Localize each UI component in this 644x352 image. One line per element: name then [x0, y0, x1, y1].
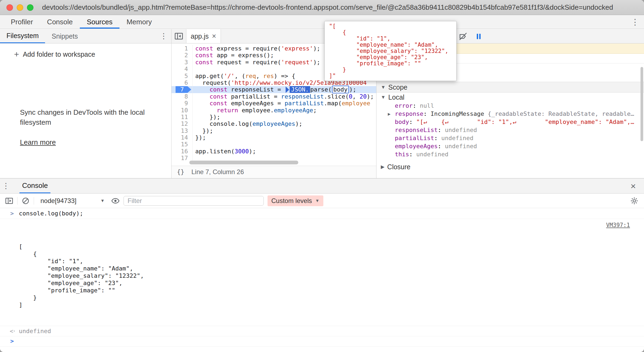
prompt-chevron-icon: >	[10, 338, 14, 344]
minimize-window-button[interactable]	[17, 4, 23, 11]
code-line[interactable]: 14});	[172, 134, 376, 141]
scope-section-header[interactable]: ▼ Scope	[376, 82, 644, 93]
log-levels-label: Custom levels	[271, 197, 312, 205]
line-number-gutter[interactable]: 16	[172, 148, 193, 155]
drawer-menu-kebab-icon[interactable]: ⋮	[0, 178, 12, 193]
gear-icon	[630, 197, 639, 205]
line-number-gutter[interactable]: 15	[172, 141, 193, 148]
tab-snippets[interactable]: Snippets	[45, 29, 84, 43]
console-output-line: "employee_name": "Adam",	[19, 265, 644, 272]
scope-local-label: Local	[388, 93, 405, 101]
line-number-gutter[interactable]: 8	[172, 93, 193, 100]
tab-filesystem[interactable]: Filesystem	[0, 29, 45, 43]
horizontal-scrollbar[interactable]	[189, 161, 298, 164]
console-return-row: <· undefined	[0, 326, 644, 336]
scope-variable[interactable]: this: undefined	[376, 150, 644, 158]
line-number-gutter[interactable]: 10	[172, 107, 193, 114]
pause-on-exceptions-button[interactable]	[474, 32, 483, 41]
navigator-toggle-button[interactable]	[172, 29, 186, 43]
console-sidebar-toggle-button[interactable]	[5, 197, 13, 205]
log-levels-selector[interactable]: Custom levels ▼	[268, 195, 323, 206]
scope-closure-section[interactable]: ▶ Closure	[376, 162, 644, 171]
code-line[interactable]: 8 const partialList = responseList.slice…	[172, 93, 376, 100]
zoom-window-button[interactable]	[27, 4, 33, 11]
line-number-gutter[interactable]: 14	[172, 134, 193, 141]
line-number-gutter[interactable]: 2	[172, 52, 193, 59]
scope-closure-label: Closure	[387, 163, 410, 171]
execution-context-selector[interactable]: node[94733] ▼	[38, 197, 107, 205]
scope-variable[interactable]: employeeAges: undefined	[376, 142, 644, 150]
tree-spacer	[388, 142, 395, 150]
value-popover: "[ { "id": "1", "employee_name": "Adam",…	[324, 21, 457, 81]
code-line[interactable]: 10 return employee.employeeAge;	[172, 107, 376, 114]
drawer-tab-console[interactable]: Console	[19, 178, 50, 193]
scope-local-section[interactable]: ▼ Local	[376, 93, 644, 102]
source-location-link[interactable]: VM397:1	[606, 222, 630, 229]
code-line[interactable]: 7 const responseList = JSON.parse(body);	[172, 86, 376, 93]
scope-variable[interactable]: partialList: undefined	[376, 134, 644, 142]
return-value-arrow-icon: <·	[10, 328, 15, 334]
breakpoint-badge[interactable]: 7	[176, 86, 191, 93]
tree-spacer	[388, 126, 395, 134]
execution-context-label: node[94733]	[40, 197, 76, 205]
learn-more-link[interactable]: Learn more	[20, 138, 56, 147]
editor-tab-appjs[interactable]: app.js ×	[186, 29, 221, 43]
line-number-gutter[interactable]: 17	[172, 155, 193, 161]
scope-variable[interactable]: body: "[↵ {↵ "id": "1",↵ "employee_name"…	[376, 118, 644, 126]
pretty-print-button[interactable]: {}	[177, 168, 184, 175]
navigator-panel: Filesystem Snippets ⋮ + Add folder to wo…	[0, 29, 172, 178]
line-number-gutter[interactable]: 13	[172, 127, 193, 134]
line-number-gutter[interactable]: 12	[172, 120, 193, 127]
line-number-gutter[interactable]: 3	[172, 59, 193, 66]
popover-line: "employee_age": "23",	[329, 54, 452, 60]
editor-tab-label: app.js	[191, 32, 209, 40]
code-line[interactable]: 9 const employeeAges = partialList.map(e…	[172, 100, 376, 107]
clear-console-button[interactable]	[21, 197, 30, 205]
code-line[interactable]: 16app.listen(3000);	[172, 148, 376, 155]
code-line[interactable]: 13 });	[172, 127, 376, 134]
tab-console[interactable]: Console	[40, 15, 80, 29]
chevron-down-icon: ▼	[381, 84, 386, 90]
line-number-gutter[interactable]: 5	[172, 73, 193, 79]
close-window-button[interactable]	[6, 4, 13, 11]
console-settings-button[interactable]	[630, 197, 639, 205]
object-class: IncomingMessage	[430, 110, 488, 118]
line-number-gutter[interactable]: 7	[172, 86, 193, 93]
code-line[interactable]: 11 });	[172, 114, 376, 120]
code-line[interactable]: 15	[172, 141, 376, 148]
line-number-gutter[interactable]: 9	[172, 100, 193, 107]
tab-close-icon[interactable]: ×	[212, 32, 216, 40]
line-number-gutter[interactable]: 4	[172, 66, 193, 72]
return-value-text: undefined	[19, 328, 51, 334]
tab-memory[interactable]: Memory	[119, 15, 159, 29]
tree-spacer	[388, 134, 395, 142]
vertical-scrollbar[interactable]	[640, 67, 643, 141]
line-number-gutter[interactable]: 11	[172, 114, 193, 120]
chevron-right-icon[interactable]: ▶	[388, 110, 395, 118]
add-folder-button[interactable]: + Add folder to workspace	[14, 50, 171, 58]
deactivate-breakpoints-button[interactable]	[458, 32, 468, 41]
main-menu-kebab-icon[interactable]: ⋮	[630, 17, 640, 27]
pause-icon	[474, 32, 483, 41]
code-line[interactable]: 12 console.log(employeeAges);	[172, 120, 376, 127]
live-expression-button[interactable]	[111, 197, 120, 205]
main-tabbar: Profiler Console Sources Memory ⋮	[0, 15, 644, 29]
titlebar[interactable]: devtools://devtools/bundled/js_app.html?…	[0, 0, 644, 15]
navigator-menu-kebab-icon[interactable]: ⋮	[159, 31, 169, 41]
navigator-tabs: Filesystem Snippets ⋮	[0, 29, 171, 43]
line-number-gutter[interactable]: 6	[172, 79, 193, 86]
console-output-line: "id": "1",	[19, 258, 644, 265]
tab-profiler[interactable]: Profiler	[4, 15, 40, 29]
line-number-gutter[interactable]: 1	[172, 45, 193, 52]
console-output-block: VM397:1 [ { "id": "1", "employee_name": …	[0, 219, 644, 326]
scope-title: Scope	[388, 83, 407, 91]
scope-variable[interactable]: error: null	[376, 102, 644, 110]
traffic-lights	[6, 4, 33, 11]
tab-sources[interactable]: Sources	[80, 15, 119, 29]
scope-variable[interactable]: ▶response: IncomingMessage {_readableSta…	[376, 110, 644, 118]
console-prompt-row[interactable]: >	[0, 336, 644, 347]
drawer-close-icon[interactable]: ×	[628, 181, 639, 191]
console-filter-input[interactable]	[124, 196, 264, 206]
sources-workspace: Filesystem Snippets ⋮ + Add folder to wo…	[0, 29, 644, 178]
scope-variable[interactable]: responseList: undefined	[376, 126, 644, 134]
